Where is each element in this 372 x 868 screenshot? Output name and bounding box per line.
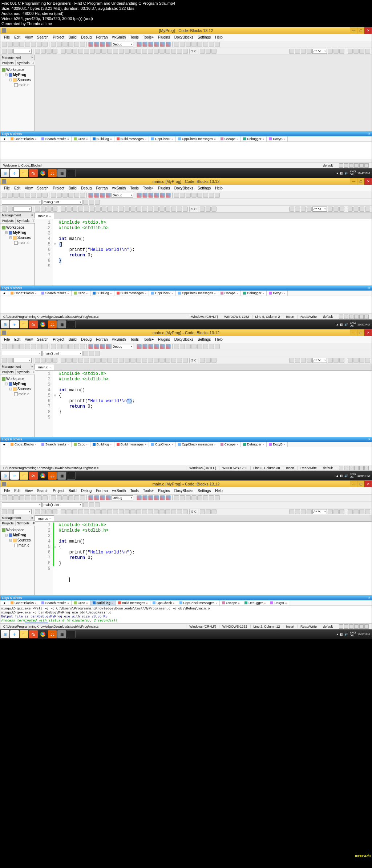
menu-doxyblocks[interactable]: DoxyBlocks: [173, 35, 195, 40]
toolbar-button[interactable]: [200, 358, 205, 363]
toolbar-button[interactable]: [177, 207, 182, 212]
close-icon[interactable]: ×: [110, 292, 112, 295]
toolbar-button[interactable]: [148, 42, 153, 47]
toolbar-button[interactable]: [96, 207, 101, 212]
system-tray[interactable]: ▲◧🔊ENGDE10:51 PM: [334, 321, 371, 327]
toolbar-button[interactable]: [215, 42, 220, 47]
toolbar-button[interactable]: [160, 42, 165, 47]
taskbar-cmd[interactable]: [67, 320, 76, 328]
window-titlebar[interactable]: main.c [MyProg] - Code::Blocks 13.12—▢✕: [0, 481, 372, 487]
close-icon[interactable]: ×: [35, 443, 37, 446]
toolbar-button[interactable]: [2, 509, 7, 514]
toolbar-button[interactable]: [171, 358, 176, 363]
tree-file[interactable]: main.c: [2, 392, 33, 397]
system-tray[interactable]: ▲◧🔊ENGDE10:57 PM: [334, 631, 371, 637]
toolbar-button[interactable]: [154, 49, 159, 54]
log-tab-prev[interactable]: ◄: [0, 442, 8, 447]
toolbar-button[interactable]: [8, 344, 13, 349]
taskbar-store[interactable]: 🛍: [29, 169, 38, 177]
toolbar-button[interactable]: [165, 49, 170, 54]
toolbar-button[interactable]: [100, 344, 105, 349]
toolbar-button[interactable]: [80, 42, 85, 47]
close-icon[interactable]: ×: [236, 292, 238, 295]
menu-settings[interactable]: Settings: [196, 488, 212, 493]
window-titlebar[interactable]: main.c [MyProg] - Code::Blocks 13.12—▢✕: [0, 178, 372, 185]
toolbar-button[interactable]: [106, 42, 111, 47]
menu-debug[interactable]: Debug: [80, 185, 93, 191]
close-icon[interactable]: ×: [145, 137, 146, 141]
toolbar-button[interactable]: [197, 42, 202, 47]
toolbar-button[interactable]: [359, 509, 364, 514]
close-icon[interactable]: ×: [368, 132, 370, 136]
toolbar-button[interactable]: [136, 358, 141, 363]
toolbar-button[interactable]: [74, 495, 79, 500]
toolbar-button[interactable]: [191, 495, 197, 500]
toolbar-button[interactable]: [301, 49, 306, 54]
toolbar-button[interactable]: [78, 49, 83, 54]
toolbar-button[interactable]: [41, 509, 46, 514]
toolbar-button[interactable]: [31, 344, 36, 349]
toolbar-button[interactable]: [37, 344, 42, 349]
toolbar-button[interactable]: [19, 495, 24, 500]
close-icon[interactable]: ×: [67, 137, 69, 141]
code-editor[interactable]: 123456789 ⊟ #include <stdio.h>#include <…: [35, 371, 372, 437]
tray-icon[interactable]: 🔊: [344, 172, 348, 175]
close-icon[interactable]: ×: [31, 56, 33, 59]
toolbar-button[interactable]: [206, 358, 211, 363]
toolbar-button[interactable]: [154, 358, 159, 363]
toolbar-button[interactable]: [301, 509, 306, 514]
toolbar-button[interactable]: [66, 509, 72, 514]
log-tab-prev[interactable]: ◄: [0, 136, 8, 141]
toolbar-button[interactable]: [2, 495, 7, 500]
toolbar-button[interactable]: [119, 509, 124, 514]
toolbar-button[interactable]: [148, 344, 153, 349]
log-tab-cscope[interactable]: Cscope ×: [218, 442, 241, 447]
toolbar-button[interactable]: [88, 344, 93, 349]
scope-combo[interactable]: [2, 200, 42, 205]
toolbar-button[interactable]: [130, 358, 136, 363]
toolbar-button[interactable]: [74, 42, 79, 47]
start-button[interactable]: ⊞: [1, 169, 9, 177]
toolbar-button[interactable]: [13, 495, 19, 500]
log-tab-searchresults[interactable]: Search results ×: [39, 136, 72, 141]
taskbar-chrome[interactable]: [39, 630, 47, 638]
toolbar-button[interactable]: [142, 358, 147, 363]
toolbar-button[interactable]: [353, 509, 359, 514]
function-combo[interactable]: main() : int: [43, 351, 82, 356]
toolbar-button[interactable]: [57, 344, 62, 349]
toolbar-button[interactable]: [125, 207, 130, 212]
toolbar-button[interactable]: [142, 509, 147, 514]
taskbar-store[interactable]: 🛍: [29, 320, 38, 328]
taskbar-explorer[interactable]: 📁: [20, 169, 28, 177]
toolbar-button[interactable]: [83, 200, 88, 205]
combo[interactable]: [13, 358, 32, 363]
taskbar-chrome[interactable]: [39, 320, 47, 328]
menu-settings[interactable]: Settings: [196, 35, 212, 40]
toolbar-button[interactable]: [186, 344, 191, 349]
toolbar-button[interactable]: [186, 495, 191, 500]
toolbar-button[interactable]: [191, 193, 197, 198]
menu-doxyblocks[interactable]: DoxyBlocks: [173, 337, 195, 342]
toolbar-button[interactable]: [174, 495, 179, 500]
menu-tools[interactable]: Tools+: [142, 337, 155, 342]
code-content[interactable]: #include <stdio.h>#include <stdlib.h> in…: [57, 219, 372, 285]
toolbar-button[interactable]: [107, 49, 112, 54]
toolbar-button[interactable]: [215, 495, 220, 500]
toolbar-button[interactable]: [160, 344, 165, 349]
close-icon[interactable]: ×: [146, 601, 148, 605]
taskbar-app[interactable]: ▦: [57, 630, 66, 638]
toolbar-button[interactable]: [100, 495, 105, 500]
toolbar-button[interactable]: [333, 49, 339, 54]
menu-help[interactable]: Help: [214, 488, 224, 493]
toolbar-button[interactable]: [125, 49, 130, 54]
toolbar-button[interactable]: [8, 49, 13, 54]
build-target-combo[interactable]: Debug: [112, 344, 133, 349]
taskbar-firefox[interactable]: 🦊: [48, 630, 57, 638]
toolbar-button[interactable]: [328, 49, 333, 54]
combo[interactable]: [13, 207, 32, 212]
toolbar-button[interactable]: [19, 42, 24, 47]
toolbar-button[interactable]: [94, 193, 99, 198]
toolbar-button[interactable]: [166, 495, 171, 500]
toolbar-button[interactable]: [174, 344, 179, 349]
log-tab-doxyb[interactable]: DoxyB ×: [267, 442, 288, 447]
